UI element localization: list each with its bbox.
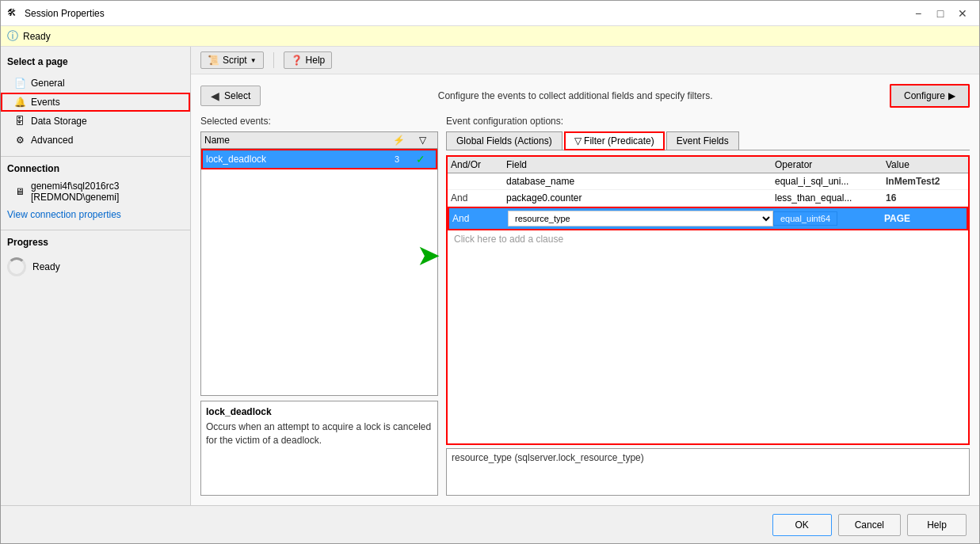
statusbar: ⓘ Ready	[1, 26, 979, 47]
tab-global-fields[interactable]: Global Fields (Actions)	[446, 131, 562, 150]
close-button[interactable]: ✕	[952, 6, 973, 21]
fr1-operator-container: equal_i_sql_uni...	[775, 176, 886, 187]
configure-button[interactable]: Configure ▶	[890, 84, 970, 108]
desc-title: lock_deadlock	[206, 406, 433, 417]
tab-bar: Global Fields (Actions) ▽ Filter (Predic…	[446, 131, 970, 150]
advanced-icon: ⚙	[13, 134, 26, 146]
resource-type-text: resource_type (sqlserver.lock_resource_t…	[452, 452, 644, 463]
filter-table-header: And/Or Field Operator Value	[448, 157, 968, 173]
tab-global-fields-label: Global Fields (Actions)	[456, 135, 552, 146]
fr3-operator-container: equal_uint64	[773, 213, 884, 224]
status-text: Ready	[23, 31, 51, 42]
left-panel: Select a page 📄 General 🔔 Events 🗄 Data …	[1, 47, 191, 505]
toolbar: 📜 Script ▼ ❓ Help	[191, 47, 979, 74]
tab-filter-label: Filter (Predicate)	[584, 135, 654, 146]
fr2-field: package0.counter	[506, 192, 582, 204]
sidebar-item-label: Data Storage	[31, 116, 87, 127]
click-to-add[interactable]: Click here to add a clause	[448, 230, 968, 248]
selected-events-label: Selected events:	[200, 116, 438, 127]
fr2-operator: less_than_equal...	[775, 192, 852, 204]
filter-row-1[interactable]: database_name equal_i_sql_uni... InMemTe…	[448, 173, 968, 190]
fr3-field-select[interactable]: resource_type	[508, 211, 773, 226]
event-name: lock_deadlock	[206, 154, 385, 165]
fr3-value: PAGE	[884, 213, 963, 224]
connection-info: 🖥 genemi4f\sql2016rc3 [REDMOND\genemi]	[1, 177, 190, 206]
connection-server: genemi4f\sql2016rc3 [REDMOND\genemi]	[31, 181, 119, 203]
fr2-operator-container: less_than_equal...	[775, 192, 886, 204]
events-pane: Selected events: Name ⚡ ▽ lock_deadlock …	[200, 116, 438, 496]
filter-table: And/Or Field Operator Value database	[446, 155, 970, 445]
tab-filter-predicate[interactable]: ▽ Filter (Predicate)	[564, 131, 665, 150]
bottom-bar: OK Cancel Help	[1, 505, 979, 543]
content-area: ◀ Select Configure the events to collect…	[191, 74, 979, 505]
sidebar-item-label: Events	[31, 97, 60, 108]
progress-header: Progress	[1, 230, 190, 251]
right-panel: 📜 Script ▼ ❓ Help ◀ Select	[191, 47, 979, 505]
event-config-label: Event configuration options:	[446, 116, 970, 127]
titlebar-controls: − □ ✕	[908, 6, 973, 21]
progress-status: Ready	[32, 261, 60, 272]
view-connection-link[interactable]: View connection properties	[1, 206, 190, 223]
cancel-button[interactable]: Cancel	[838, 514, 901, 536]
configure-label: Configure	[904, 90, 945, 101]
events-table-header: Name ⚡ ▽	[201, 132, 437, 149]
sidebar-item-data-storage[interactable]: 🗄 Data Storage	[1, 112, 190, 131]
green-arrow-icon: ➤	[418, 241, 439, 271]
help-label: Help	[306, 55, 326, 66]
titlebar: 🛠 Session Properties − □ ✕	[1, 1, 979, 26]
sidebar-item-general[interactable]: 📄 General	[1, 74, 190, 93]
desc-text: Occurs when an attempt to acquire a lock…	[206, 420, 433, 447]
fr2-value: 16	[886, 192, 965, 204]
col-value-header: Value	[886, 159, 965, 170]
connection-header: Connection	[1, 156, 190, 177]
script-dropdown-arrow: ▼	[250, 57, 257, 64]
event-check: ✓	[409, 153, 433, 165]
resource-type-box: resource_type (sqlserver.lock_resource_t…	[446, 448, 970, 496]
select-button[interactable]: ◀ Select	[200, 86, 261, 106]
server-icon: 🖥	[13, 185, 26, 198]
select-page-title: Select a page	[1, 53, 190, 74]
minimize-button[interactable]: −	[908, 6, 929, 21]
events-icon: 🔔	[13, 96, 26, 108]
sidebar-item-advanced[interactable]: ⚙ Advanced	[1, 131, 190, 150]
sidebar-item-label: General	[31, 78, 65, 89]
configure-row: ◀ Select Configure the events to collect…	[200, 84, 970, 108]
fr1-operator: equal_i_sql_uni...	[775, 176, 848, 187]
sidebar-item-events[interactable]: 🔔 Events	[1, 93, 190, 112]
maximize-button[interactable]: □	[930, 6, 951, 21]
filter-row-3[interactable]: And resource_type equal_uint64	[448, 207, 968, 230]
tab-event-fields[interactable]: Event Fields	[666, 131, 739, 150]
col-operator-header: Operator	[775, 159, 886, 170]
filter-icon: ▽	[574, 135, 584, 146]
window-title: Session Properties	[25, 8, 908, 19]
fr2-andor: And	[451, 192, 506, 204]
filter-row-2[interactable]: And package0.counter less_than_equal... …	[448, 190, 968, 207]
ok-button[interactable]: OK	[772, 514, 832, 536]
progress-spinner: Ready	[7, 257, 60, 276]
main-content: Select a page 📄 General 🔔 Events 🗄 Data …	[1, 47, 979, 505]
fr1-field-container: database_name	[506, 176, 775, 187]
help-button[interactable]: ❓ Help	[284, 51, 333, 69]
col-field-header: Field	[506, 159, 775, 170]
fr3-operator: equal_uint64	[773, 211, 837, 226]
script-button[interactable]: 📜 Script ▼	[200, 51, 264, 69]
session-properties-window: 🛠 Session Properties − □ ✕ ⓘ Ready Selec…	[0, 0, 980, 544]
fr1-value: InMemTest2	[886, 176, 965, 187]
spinner-icon	[7, 257, 26, 276]
filter-pane: Event configuration options: Global Fiel…	[446, 116, 970, 496]
two-pane: Selected events: Name ⚡ ▽ lock_deadlock …	[200, 116, 970, 496]
back-arrow-icon: ◀	[211, 89, 219, 102]
lock-deadlock-row[interactable]: lock_deadlock 3 ✓	[201, 149, 437, 169]
fr3-andor: And	[452, 213, 508, 224]
progress-section: Ready	[1, 251, 190, 285]
description-box: lock_deadlock Occurs when an attempt to …	[200, 401, 438, 496]
help-icon: ❓	[291, 55, 303, 66]
window-icon: 🛠	[7, 7, 20, 20]
events-table: Name ⚡ ▽ lock_deadlock 3 ✓	[200, 131, 438, 396]
event-count: 3	[385, 154, 409, 164]
col-name-header: Name	[204, 135, 387, 146]
general-icon: 📄	[13, 77, 26, 89]
fr3-field-container: resource_type	[508, 211, 773, 226]
tab-event-fields-label: Event Fields	[677, 135, 729, 146]
help-button-footer[interactable]: Help	[907, 514, 967, 536]
